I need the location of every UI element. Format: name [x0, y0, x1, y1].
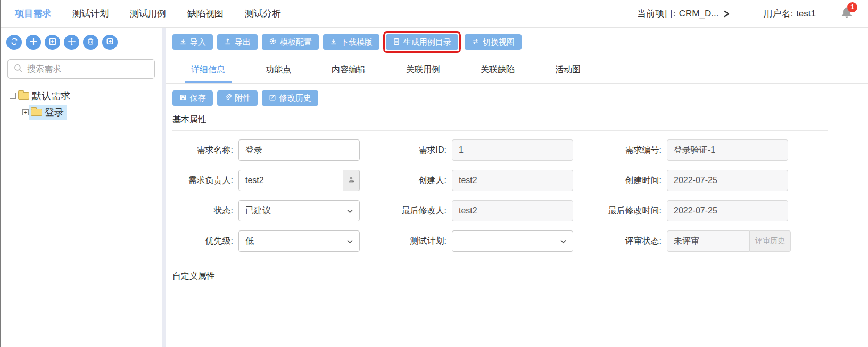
form-row: 状态: 已建议 最后修改人: 最后修改时间: — [166, 200, 868, 221]
current-project-label: 当前项目: — [637, 7, 676, 20]
form-row: 需求名称: 需求ID: 需求编号: — [166, 139, 868, 161]
paperclip-icon — [224, 94, 232, 103]
field-label: 需求编号: — [573, 145, 667, 156]
detail-actions: 保存 附件 修改历史 — [172, 90, 868, 106]
tab-linked-cases[interactable]: 关联用例 — [400, 64, 447, 83]
search-input[interactable] — [27, 64, 149, 74]
generate-case-catalog-button[interactable]: 生成用例目录 — [386, 34, 458, 50]
document-icon — [393, 38, 400, 47]
modified-time-input — [667, 200, 788, 221]
refresh-button[interactable] — [6, 35, 22, 50]
field-label: 需求负责人: — [166, 175, 238, 186]
basic-attributes-title: 基本属性 — [172, 114, 868, 126]
tree-node-login[interactable]: 登录 — [22, 104, 162, 120]
nav-item-test-case[interactable]: 测试用例 — [130, 7, 166, 20]
button-label: 切换视图 — [483, 37, 515, 47]
current-project-value: CRM_D... — [679, 9, 719, 19]
tree-node-label: 默认需求 — [32, 89, 70, 102]
user-info[interactable]: 用户名: test1 — [763, 7, 816, 20]
collapse-expander-icon[interactable] — [10, 93, 16, 99]
button-label: 模板配置 — [280, 37, 312, 47]
tab-linked-defects[interactable]: 关联缺陷 — [474, 64, 521, 83]
move-node-button[interactable] — [64, 35, 79, 50]
button-label: 生成用例目录 — [403, 37, 451, 47]
person-icon — [348, 176, 356, 186]
attachment-button[interactable]: 附件 — [217, 90, 258, 106]
requirement-search[interactable] — [7, 59, 155, 79]
requirement-owner-input[interactable] — [238, 170, 343, 191]
top-navigation: 项目需求 测试计划 测试用例 缺陷视图 测试分析 当前项目: CRM_D... … — [1, 0, 868, 28]
form-row: 需求负责人: 创建人: 创建时间: — [166, 170, 868, 191]
field-review-status: 评审历史 — [667, 230, 788, 252]
edit-history-button[interactable]: 修改历史 — [262, 90, 318, 106]
delete-node-button[interactable] — [83, 35, 98, 50]
switch-view-button[interactable]: 切换视图 — [465, 34, 522, 50]
status-select[interactable]: 已建议 — [238, 200, 360, 221]
field-label: 测试计划: — [360, 236, 452, 247]
import-button[interactable]: 导入 — [172, 34, 213, 50]
tab-activity-diagram[interactable]: 活动图 — [549, 64, 587, 83]
nav-item-project-requirements[interactable]: 项目需求 — [15, 7, 51, 20]
field-label: 创建时间: — [573, 175, 667, 186]
current-project-selector[interactable]: 当前项目: CRM_D... — [637, 7, 730, 20]
nav-item-test-analysis[interactable]: 测试分析 — [245, 7, 281, 20]
tree-node-default-requirements[interactable]: 默认需求 — [10, 87, 162, 104]
field-priority: 低 — [238, 230, 360, 252]
tab-detail-info[interactable]: 详细信息 — [185, 64, 232, 83]
add-child-node-button[interactable] — [45, 35, 60, 50]
search-icon — [13, 63, 23, 75]
save-icon — [179, 94, 187, 103]
nav-item-test-plan[interactable]: 测试计划 — [72, 7, 109, 20]
field-label: 评审状态: — [573, 236, 667, 247]
top-nav-right: 当前项目: CRM_D... 用户名: test1 1 — [637, 6, 854, 22]
tab-content-edit[interactable]: 内容编辑 — [325, 64, 372, 83]
toggle-panel-button[interactable] — [102, 35, 118, 50]
export-button[interactable]: 导出 — [217, 34, 258, 50]
download-template-button[interactable]: 下载模版 — [323, 34, 379, 50]
basic-attributes-form: 需求名称: 需求ID: 需求编号: 需求负责人: — [166, 139, 868, 252]
panel-arrow-icon — [106, 37, 114, 47]
chevron-down-icon — [347, 206, 353, 216]
chevron-down-icon — [347, 236, 353, 246]
created-time-input — [667, 170, 788, 191]
pick-user-button[interactable] — [343, 170, 360, 191]
nav-item-defect-view[interactable]: 缺陷视图 — [187, 7, 224, 20]
notification-badge: 1 — [847, 2, 857, 12]
tab-function-points[interactable]: 功能点 — [259, 64, 297, 83]
field-requirement-owner — [238, 170, 360, 191]
field-requirement-name — [238, 139, 360, 161]
field-creator — [452, 170, 573, 191]
priority-select[interactable]: 低 — [238, 230, 360, 252]
button-label: 导入 — [190, 37, 206, 47]
field-label: 需求ID: — [360, 145, 452, 156]
trash-icon — [87, 37, 95, 47]
test-plan-select[interactable] — [452, 230, 573, 252]
requirements-sidebar: 默认需求 登录 — [1, 28, 162, 347]
field-requirement-code — [667, 139, 788, 161]
expand-expander-icon[interactable] — [22, 109, 29, 115]
button-label: 保存 — [190, 93, 206, 103]
form-row: 优先级: 低 测试计划: 评审状态: 评审历史 — [166, 230, 868, 252]
button-label: 下载模版 — [341, 37, 373, 47]
gear-icon — [269, 37, 277, 47]
add-node-button[interactable] — [26, 35, 41, 50]
notification-bell[interactable]: 1 — [840, 6, 854, 22]
field-label: 优先级: — [166, 236, 238, 247]
field-label: 最后修改人: — [360, 205, 452, 217]
field-requirement-id — [452, 139, 573, 161]
field-created-time — [667, 170, 788, 191]
section-divider — [172, 287, 828, 287]
requirement-name-input[interactable] — [238, 139, 360, 161]
username-label: 用户名: — [763, 7, 793, 20]
requirement-tree: 默认需求 登录 — [10, 87, 162, 120]
select-value: 低 — [245, 236, 254, 247]
red-highlight-annotation: 生成用例目录 — [383, 31, 461, 53]
tree-node-body: 默认需求 — [16, 88, 73, 103]
select-value: 已建议 — [245, 205, 271, 217]
download-icon — [330, 38, 337, 47]
save-button[interactable]: 保存 — [172, 90, 213, 106]
template-config-button[interactable]: 模板配置 — [262, 34, 319, 50]
folder-icon — [18, 92, 29, 100]
review-history-button[interactable]: 评审历史 — [750, 230, 791, 252]
chevron-down-icon — [560, 236, 566, 246]
